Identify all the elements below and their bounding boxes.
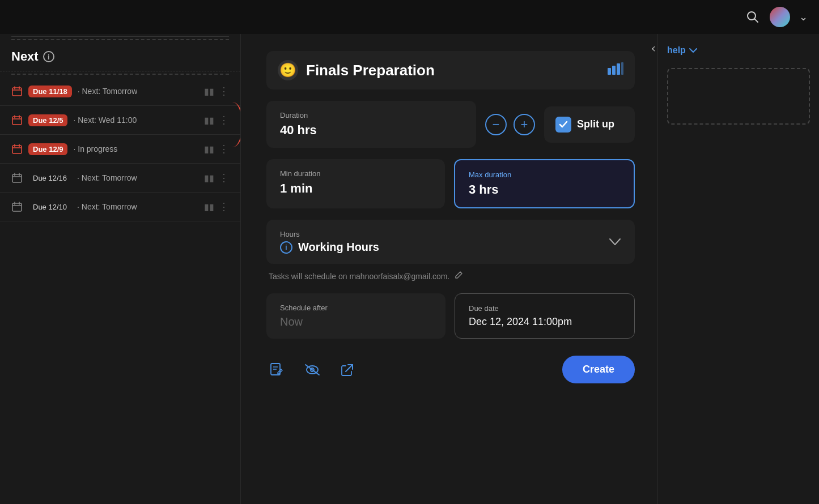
- hours-chevron-icon[interactable]: [609, 234, 621, 249]
- list-item[interactable]: Due 12/5 · Next: Wed 11:00 ▮▮ ⋮: [0, 106, 240, 135]
- task-list: Due 11/18 · Next: Tomorrow ▮▮ ⋮ Due 12/5…: [0, 77, 240, 221]
- top-bar: ⌄: [0, 0, 819, 34]
- svg-rect-18: [12, 203, 22, 211]
- schedule-after-value: Now: [280, 315, 432, 328]
- sched-due-row: Schedule after Now Due date Dec 12, 2024…: [266, 293, 635, 339]
- calendar-icon: [11, 143, 23, 155]
- split-up-label: Split up: [577, 118, 614, 130]
- min-duration-label: Min duration: [280, 169, 431, 178]
- max-duration-value: 3 hrs: [469, 182, 620, 197]
- list-item-meta: · Next: Tomorrow: [77, 202, 137, 211]
- list-item-actions: ▮▮ ⋮: [204, 172, 229, 184]
- avatar[interactable]: [770, 7, 790, 27]
- help-label: help: [667, 45, 686, 55]
- due-badge: Due 12/16: [28, 172, 71, 184]
- due-badge: Due 11/18: [28, 86, 72, 97]
- schedule-note: Tasks will schedule on mahnoorfaisalx@gm…: [266, 271, 635, 282]
- min-duration-box[interactable]: Min duration 1 min: [266, 159, 445, 208]
- bar-chart-icon: ▮▮: [204, 115, 214, 126]
- hours-inner: Hours i Working Hours: [280, 230, 379, 254]
- min-duration-value: 1 min: [280, 181, 431, 196]
- sidebar: Next i Due 11/18 · Next: Tomorrow ▮▮ ⋮: [0, 34, 241, 504]
- arc-decoration: [221, 102, 241, 147]
- list-item-actions: ▮▮ ⋮: [204, 85, 229, 97]
- max-duration-label: Max duration: [469, 170, 620, 179]
- search-icon[interactable]: [745, 9, 761, 25]
- calendar-icon: [11, 86, 23, 97]
- create-button[interactable]: Create: [562, 356, 635, 383]
- svg-rect-2: [12, 88, 22, 96]
- duration-plus-button[interactable]: +: [514, 114, 535, 135]
- schedule-after-label: Schedule after: [280, 304, 432, 312]
- hide-action-button[interactable]: [302, 359, 323, 381]
- calendar-icon: [11, 201, 23, 212]
- list-item[interactable]: Due 12/16 · Next: Tomorrow ▮▮ ⋮: [0, 164, 240, 193]
- chevron-down-icon[interactable]: ⌄: [799, 11, 808, 23]
- help-bar: help: [667, 45, 810, 55]
- due-badge: Due 12/5: [28, 114, 67, 126]
- task-title: Finals Preparation: [306, 62, 600, 79]
- svg-rect-6: [12, 117, 22, 125]
- more-options-icon[interactable]: ⋮: [219, 200, 229, 213]
- next-label-text: Next: [11, 49, 39, 64]
- task-emoji[interactable]: 🙂: [278, 60, 298, 80]
- bar-chart-icon: ▮▮: [204, 173, 214, 183]
- svg-rect-24: [617, 63, 620, 75]
- task-title-bar: 🙂 Finals Preparation: [266, 51, 635, 89]
- svg-rect-10: [12, 146, 22, 153]
- chart-icon[interactable]: [608, 62, 623, 78]
- due-date-box[interactable]: Due date Dec 12, 2024 11:00pm: [455, 293, 635, 339]
- list-item-meta: · Next: Tomorrow: [77, 173, 137, 182]
- svg-rect-22: [608, 68, 611, 75]
- hours-value-text: Working Hours: [298, 241, 379, 254]
- task-modal: 🙂 Finals Preparation Duration 40 hrs − +: [255, 34, 652, 400]
- calendar-icon: [11, 172, 23, 183]
- schedule-after-box[interactable]: Schedule after Now: [266, 293, 445, 339]
- due-date-label: Due date: [469, 304, 621, 313]
- duration-controls: − +: [485, 114, 535, 135]
- due-date-value: Dec 12, 2024 11:00pm: [469, 316, 621, 328]
- hours-label: Hours: [280, 230, 379, 238]
- bar-chart-icon: ▮▮: [204, 202, 214, 212]
- split-up-box[interactable]: Split up: [544, 106, 635, 143]
- bar-chart-icon: ▮▮: [204, 144, 214, 155]
- more-options-icon[interactable]: ⋮: [219, 172, 229, 184]
- hours-info-icon: i: [280, 241, 292, 254]
- duration-minus-button[interactable]: −: [485, 114, 507, 135]
- svg-rect-14: [12, 174, 22, 182]
- more-options-icon[interactable]: ⋮: [219, 85, 229, 97]
- bottom-actions: Create: [266, 356, 635, 383]
- list-item-meta: · Next: Tomorrow: [78, 87, 138, 96]
- list-item[interactable]: Due 12/10 · Next: Tomorrow ▮▮ ⋮: [0, 193, 240, 221]
- list-item-meta: · Next: Wed 11:00: [73, 116, 137, 125]
- edit-pencil-icon[interactable]: [454, 271, 463, 282]
- svg-line-32: [346, 365, 353, 371]
- right-panel: help: [657, 34, 819, 504]
- info-icon[interactable]: i: [43, 51, 54, 62]
- due-badge: Due 12/9: [28, 143, 67, 155]
- list-item-meta: · In progress: [73, 144, 117, 153]
- next-section-header: Next i: [0, 42, 240, 71]
- list-item[interactable]: Due 12/9 · In progress ▮▮ ⋮: [0, 135, 240, 164]
- hours-box[interactable]: Hours i Working Hours: [266, 220, 635, 264]
- split-up-checkbox[interactable]: [555, 117, 571, 133]
- max-duration-box[interactable]: Max duration 3 hrs: [454, 159, 635, 208]
- due-badge: Due 12/10: [28, 201, 71, 213]
- duration-box: Duration 40 hrs: [266, 101, 476, 148]
- bar-chart-icon: ▮▮: [204, 86, 214, 97]
- duration-value: 40 hrs: [280, 123, 462, 138]
- list-item-actions: ▮▮ ⋮: [204, 200, 229, 213]
- duration-row: Duration 40 hrs − + Split up: [266, 101, 635, 148]
- svg-rect-23: [612, 66, 616, 75]
- edit-action-button[interactable]: [266, 359, 288, 381]
- list-item[interactable]: Due 11/18 · Next: Tomorrow ▮▮ ⋮: [0, 77, 240, 106]
- help-chevron-icon: [689, 45, 697, 55]
- svg-rect-25: [621, 62, 623, 75]
- dashed-placeholder: [667, 68, 810, 125]
- minmax-row: Min duration 1 min Max duration 3 hrs: [266, 159, 635, 208]
- external-link-button[interactable]: [337, 359, 358, 381]
- schedule-note-text: Tasks will schedule on mahnoorfaisalx@gm…: [269, 272, 449, 281]
- calendar-icon: [11, 114, 23, 126]
- svg-line-1: [755, 19, 758, 23]
- duration-label: Duration: [280, 111, 462, 119]
